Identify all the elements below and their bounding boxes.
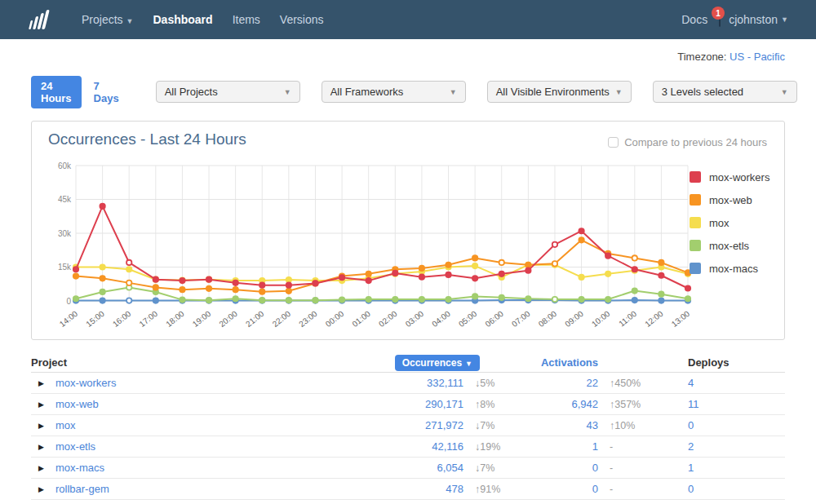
activations-value[interactable]: 1 <box>541 440 598 453</box>
legend-swatch <box>690 194 701 206</box>
project-link[interactable]: rollbar-gem <box>55 483 333 495</box>
activations-delta: ↑450% <box>598 378 688 389</box>
projects-table: Project Occurrences▼ Activations Deploys… <box>31 353 785 500</box>
x-axis-tick: 01:00 <box>350 309 372 329</box>
project-link[interactable]: mox-etls <box>55 440 333 453</box>
activations-value[interactable]: 43 <box>541 419 598 431</box>
data-point-mox-workers-07:00 <box>526 267 530 272</box>
expand-row-icon[interactable]: ▶ <box>31 464 55 472</box>
column-header-deploys[interactable]: Deploys <box>688 356 785 369</box>
nav-item-versions[interactable]: Versions <box>270 13 334 26</box>
column-header-occurrences[interactable]: Occurrences▼ <box>395 355 480 371</box>
filter-dropdown-all-visible-environments[interactable]: All Visible Environments▼ <box>487 81 632 103</box>
nav-item-dashboard[interactable]: Dashboard <box>144 13 223 26</box>
occurrences-value[interactable]: 271,972 <box>333 419 463 431</box>
legend-item-mox-macs[interactable]: mox-macs <box>690 257 769 280</box>
activations-value[interactable]: 0 <box>541 483 598 495</box>
data-point-mox-workers-12:00 <box>659 273 663 278</box>
legend-item-mox-etls[interactable]: mox-etls <box>690 234 769 257</box>
occurrences-value[interactable]: 6,054 <box>333 462 463 474</box>
deploys-value[interactable]: 2 <box>688 440 785 453</box>
expand-row-icon[interactable]: ▶ <box>31 379 55 387</box>
top-navbar: Projects▼DashboardItemsVersions Docs 1 c… <box>0 0 816 39</box>
docs-link[interactable]: Docs <box>681 13 707 26</box>
data-point-mox-web-01:00 <box>366 272 370 276</box>
legend-item-mox-workers[interactable]: mox-workers <box>690 166 769 188</box>
data-point-mox-15:00 <box>100 264 104 269</box>
dropdown-value: All Projects <box>165 86 218 98</box>
rollbar-logo-icon <box>28 10 52 29</box>
nav-right: Docs 1 cjohnston ▼ <box>681 13 788 26</box>
activations-value[interactable]: 22 <box>541 377 598 389</box>
project-link[interactable]: mox-macs <box>55 462 333 474</box>
occurrences-value[interactable]: 290,171 <box>333 398 463 410</box>
column-header-activations[interactable]: Activations <box>541 356 598 369</box>
column-header-project[interactable]: Project <box>31 356 333 369</box>
series-mox-workers <box>73 204 690 291</box>
project-link-label[interactable]: mox-etls <box>55 440 95 453</box>
x-axis-tick: 18:00 <box>164 309 186 329</box>
data-point-mox-workers-13:00 <box>685 285 690 290</box>
chevron-down-icon: ▼ <box>126 17 134 25</box>
timezone-value-link[interactable]: US - Pacific <box>730 51 785 63</box>
activations-value[interactable]: 6,942 <box>541 398 598 410</box>
data-point-mox-etls-22:00 <box>286 298 291 303</box>
rollbar-logo-icon[interactable] <box>28 10 52 29</box>
occurrences-delta: ↓7% <box>463 420 541 431</box>
filter-dropdown-all-frameworks[interactable]: All Frameworks▼ <box>322 81 466 103</box>
x-axis-tick: 09:00 <box>563 309 585 329</box>
data-point-mox-macs-15:00 <box>100 298 104 303</box>
deploys-value[interactable]: 1 <box>688 462 785 474</box>
notification-badge[interactable]: 1 <box>712 7 725 20</box>
occurrences-chart: 015k30k45k60k14:0015:0016:0017:0018:0019… <box>45 157 698 335</box>
range-24-hours-button[interactable]: 24 Hours <box>31 76 82 108</box>
nav-left: Projects▼DashboardItemsVersions <box>28 10 334 29</box>
deploys-value[interactable]: 11 <box>688 398 785 410</box>
project-link[interactable]: mox <box>55 419 333 431</box>
y-axis-tick: 30k <box>58 229 72 238</box>
filter-dropdown-3-levels-selected[interactable]: 3 Levels selected▼ <box>653 81 797 103</box>
project-link[interactable]: mox-workers <box>55 377 333 389</box>
data-point-mox-web-12:00 <box>659 260 663 265</box>
data-point-mox-web-15:00 <box>100 276 104 281</box>
x-axis-tick: 23:00 <box>297 309 319 329</box>
expand-row-icon[interactable]: ▶ <box>31 400 55 409</box>
expand-row-icon[interactable]: ▶ <box>31 422 55 430</box>
avatar[interactable]: 1 <box>719 13 721 26</box>
activations-value[interactable]: 0 <box>541 462 598 474</box>
project-link[interactable]: mox-web <box>55 398 333 410</box>
compare-toggle[interactable]: Compare to previous 24 hours <box>608 136 767 148</box>
occurrences-value[interactable]: 42,116 <box>333 440 463 453</box>
occurrences-value[interactable]: 332,111 <box>333 377 463 389</box>
expand-row-icon[interactable]: ▶ <box>31 443 55 451</box>
deploys-value[interactable]: 0 <box>688 419 785 431</box>
nav-item-projects[interactable]: Projects▼ <box>72 13 144 26</box>
nav-item-items[interactable]: Items <box>223 13 270 26</box>
activations-delta: - <box>598 462 688 474</box>
range-7-days-button[interactable]: 7 Days <box>94 80 119 104</box>
legend-item-mox-web[interactable]: mox-web <box>690 188 769 211</box>
activations-delta: ↑357% <box>598 399 688 410</box>
occurrences-value[interactable]: 478 <box>333 483 463 495</box>
project-link-label[interactable]: mox-web <box>55 398 99 410</box>
filter-row: 24 Hours 7 Days All Projects▼All Framewo… <box>31 81 785 103</box>
legend-item-mox[interactable]: mox <box>690 211 769 234</box>
x-axis-tick: 00:00 <box>324 309 346 329</box>
data-point-mox-workers-00:00 <box>339 275 344 280</box>
expand-row-icon[interactable]: ▶ <box>31 485 55 493</box>
table-row-mox-etls: ▶mox-etls42,116↓19%1-2 <box>31 436 785 458</box>
project-link-label[interactable]: rollbar-gem <box>55 483 109 495</box>
project-link-label[interactable]: mox-macs <box>55 462 104 474</box>
deploys-value[interactable]: 4 <box>688 377 785 389</box>
occurrences-delta: ↓7% <box>463 462 541 474</box>
deploys-value[interactable]: 0 <box>688 483 785 495</box>
y-axis-tick: 60k <box>58 161 72 170</box>
project-link-label[interactable]: mox <box>55 419 76 431</box>
compare-checkbox[interactable] <box>608 137 619 148</box>
filter-dropdown-all-projects[interactable]: All Projects▼ <box>156 81 300 103</box>
data-point-mox-etls-13:00 <box>685 296 690 301</box>
project-link-label[interactable]: mox-workers <box>55 377 116 389</box>
data-point-mox-web-05:00 <box>472 255 477 260</box>
timezone-row: Timezone: US - Pacific <box>31 51 785 65</box>
user-menu[interactable]: cjohnston ▼ <box>729 13 788 26</box>
